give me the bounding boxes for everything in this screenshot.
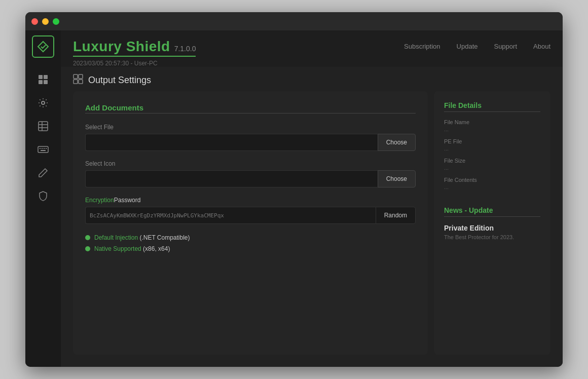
svg-rect-2 (44, 75, 48, 79)
brand-name: Luxury Shield (73, 39, 170, 55)
news-sub-text: The Best Protector for 2023. (444, 234, 540, 240)
select-icon-label: Select Icon (85, 160, 416, 167)
checkbox-label-2: Native Supported (x86, x64) (94, 245, 170, 252)
news-section: News - Update Private Edition The Best P… (444, 206, 540, 240)
left-panel: Add Documents Select File Choose Select … (73, 91, 428, 355)
svg-marker-0 (38, 42, 48, 52)
app-header: Luxury Shield 7.1.0.0 2023/03/05 20:57:3… (61, 30, 563, 67)
select-icon-input[interactable] (85, 170, 378, 187)
file-name-label: File Name (444, 119, 540, 125)
right-divider-2 (444, 216, 540, 217)
svg-rect-11 (40, 148, 41, 149)
page-title-bar: Output Settings (61, 67, 563, 91)
select-file-label: Select File (85, 124, 416, 131)
private-edition-text: Private Edition (444, 224, 540, 232)
select-file-button[interactable]: Choose (378, 134, 416, 151)
checkbox-row-2: Native Supported (x86, x64) (85, 245, 416, 252)
file-size-label: File Size (444, 158, 540, 164)
pe-file-label: PE File (444, 138, 540, 144)
title-bar (25, 12, 563, 30)
checkbox1-rest: (.NET Compatible) (138, 234, 190, 241)
nav-about[interactable]: About (533, 43, 550, 56)
news-title: News - Update (444, 206, 540, 214)
file-details-title: File Details (444, 101, 540, 109)
app-window: Luxury Shield 7.1.0.0 2023/03/05 20:57:3… (25, 12, 563, 367)
maximize-btn[interactable] (53, 18, 59, 25)
sidebar-icon-shield[interactable] (33, 186, 53, 206)
brand-title: Luxury Shield 7.1.0.0 (73, 39, 196, 55)
svg-rect-6 (39, 122, 48, 131)
file-contents-label: File Contents (444, 177, 540, 183)
encryption-input[interactable] (85, 207, 376, 224)
svg-point-5 (42, 101, 45, 104)
svg-rect-4 (44, 80, 48, 84)
svg-rect-14 (46, 148, 47, 149)
file-size-value: ... (444, 165, 540, 171)
checkbox-label-1: Default Injection (.NET Compatible) (94, 234, 190, 241)
svg-rect-10 (38, 146, 48, 153)
close-btn[interactable] (31, 18, 38, 25)
svg-rect-12 (42, 148, 43, 149)
panel-divider (85, 113, 416, 113)
encryption-label-green: Encryption (85, 197, 114, 204)
right-divider-1 (444, 111, 540, 112)
brand-datetime: 2023/03/05 20:57:30 - User-PC (73, 60, 196, 67)
svg-rect-15 (41, 150, 46, 151)
svg-rect-16 (74, 74, 78, 79)
svg-rect-3 (39, 80, 43, 84)
sidebar (25, 30, 61, 367)
svg-rect-17 (79, 74, 83, 79)
sidebar-icon-table[interactable] (33, 117, 53, 136)
brand: Luxury Shield 7.1.0.0 2023/03/05 20:57:3… (73, 39, 196, 67)
main-content: Add Documents Select File Choose Select … (61, 91, 563, 367)
checkbox-dot-1 (85, 235, 90, 240)
right-panel: File Details File Name ... PE File ... F… (434, 91, 550, 355)
file-contents-value: ... (444, 184, 540, 190)
output-settings-icon (73, 74, 83, 86)
svg-rect-18 (74, 80, 78, 84)
select-icon-button[interactable]: Choose (378, 170, 416, 187)
add-documents-title: Add Documents (85, 103, 416, 112)
content-area: Luxury Shield 7.1.0.0 2023/03/05 20:57:3… (61, 30, 563, 367)
sidebar-icon-settings[interactable] (33, 93, 53, 112)
checkbox-dot-2 (85, 246, 90, 251)
checkbox2-highlight: Native Supported (94, 245, 141, 252)
brand-version: 7.1.0.0 (174, 45, 196, 53)
svg-rect-19 (79, 80, 83, 84)
pe-file-value: ... (444, 145, 540, 151)
main-layout: Luxury Shield 7.1.0.0 2023/03/05 20:57:3… (25, 30, 563, 367)
encryption-row: Random (85, 207, 416, 224)
select-icon-row: Choose (85, 170, 416, 187)
sidebar-icon-grid[interactable] (33, 70, 53, 89)
nav-support[interactable]: Support (494, 43, 517, 56)
checkbox-row-1: Default Injection (.NET Compatible) (85, 234, 416, 241)
checkbox1-highlight: Default Injection (94, 234, 138, 241)
page-title: Output Settings (88, 75, 151, 86)
select-file-row: Choose (85, 134, 416, 151)
select-file-input[interactable] (85, 134, 378, 151)
nav-update[interactable]: Update (457, 43, 478, 56)
svg-rect-1 (39, 75, 43, 79)
random-button[interactable]: Random (376, 207, 416, 224)
checkbox2-rest: (x86, x64) (141, 245, 170, 252)
svg-rect-13 (44, 148, 45, 149)
encryption-label-row: Encryption Password (85, 197, 416, 204)
encryption-label-white: Password (114, 197, 141, 204)
minimize-btn[interactable] (42, 18, 49, 25)
nav-subscription[interactable]: Subscription (404, 43, 440, 56)
header-top: Luxury Shield 7.1.0.0 2023/03/05 20:57:3… (73, 39, 550, 67)
app-logo (32, 35, 54, 58)
sidebar-icon-edit[interactable] (33, 163, 53, 182)
brand-underline (73, 56, 196, 57)
file-name-value: ... (444, 126, 540, 132)
nav-menu: Subscription Update Support About (404, 39, 550, 56)
sidebar-icon-keyboard[interactable] (33, 140, 53, 159)
